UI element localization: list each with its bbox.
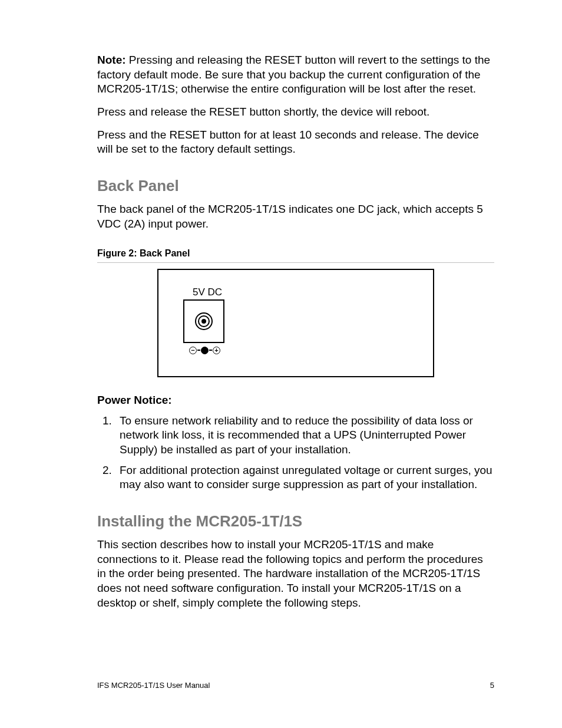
figure-back-panel: 5V DC − +: [97, 269, 494, 377]
polarity-minus-icon: −: [189, 347, 197, 354]
paragraph-reset-short: Press and release the RESET button short…: [97, 105, 494, 120]
polarity-plus-icon: +: [213, 347, 220, 354]
footer-title: IFS MCR205-1T/1S User Manual: [97, 681, 210, 690]
dc-jack-frame: [183, 299, 224, 343]
note-body: Pressing and releasing the RESET button …: [97, 54, 490, 95]
heading-back-panel: Back Panel: [97, 177, 494, 195]
figure-caption: Figure 2: Back Panel: [97, 248, 494, 259]
footer-page-number: 5: [490, 681, 494, 690]
page-footer: IFS MCR205-1T/1S User Manual 5: [97, 681, 494, 690]
heading-installing: Installing the MCR205-1T/1S: [97, 512, 494, 531]
power-notice-item-2: For additional protection against unregu…: [115, 463, 494, 492]
power-notice-item-1: To ensure network reliability and to red…: [115, 414, 494, 457]
polarity-icon: − +: [189, 347, 220, 354]
power-notice-list: To ensure network reliability and to red…: [97, 414, 494, 492]
note-label: Note:: [97, 54, 126, 66]
polarity-center-icon: [201, 347, 209, 354]
paragraph-reset-long: Press and the RESET button for at least …: [97, 128, 494, 157]
back-panel-intro: The back panel of the MCR205-1T/1S indic…: [97, 202, 494, 231]
dc-label: 5V DC: [193, 286, 222, 298]
note-paragraph: Note: Pressing and releasing the RESET b…: [97, 53, 494, 97]
dc-jack-icon: [195, 312, 213, 330]
back-panel-diagram: 5V DC − +: [157, 269, 434, 377]
installing-intro: This section describes how to install yo…: [97, 538, 494, 610]
figure-rule: [97, 262, 494, 263]
power-notice-heading: Power Notice:: [97, 394, 494, 407]
page: Note: Pressing and releasing the RESET b…: [0, 0, 562, 728]
